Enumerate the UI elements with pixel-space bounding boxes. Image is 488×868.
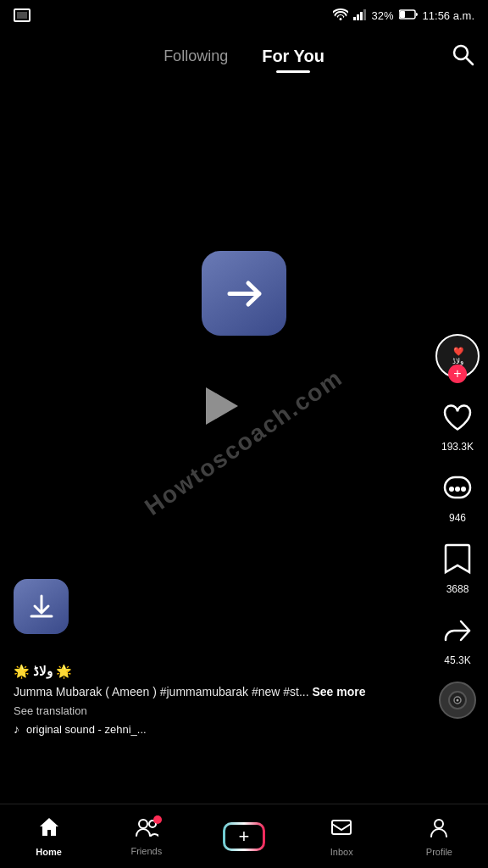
bookmark-count: 3688: [446, 583, 469, 595]
plus-icon: +: [225, 825, 263, 849]
search-button[interactable]: [451, 42, 474, 70]
inbox-label: Inbox: [330, 847, 353, 857]
following-tab[interactable]: Following: [164, 47, 228, 65]
status-bar: 32% 11:56 a.m.: [0, 0, 488, 31]
battery-icon: [399, 9, 418, 22]
music-disc: [439, 682, 476, 719]
play-button[interactable]: [194, 381, 245, 431]
friends-icon: [135, 817, 158, 843]
follow-plus-badge[interactable]: +: [448, 364, 467, 383]
nav-profile[interactable]: Profile: [391, 816, 488, 857]
creator-avatar[interactable]: ❤️ولاڈ +: [435, 334, 480, 378]
time-display: 11:56 a.m.: [423, 9, 474, 22]
nav-friends[interactable]: Friends: [97, 817, 195, 856]
video-area[interactable]: Howtoscoach.com 🌟 ولاڈ 🌟 Jumma Mubarak (…: [0, 81, 488, 804]
sound-text: original sound - zehni_...: [26, 723, 147, 736]
share-icon: [437, 610, 478, 651]
comment-button[interactable]: 946: [437, 468, 478, 524]
video-thumbnail-arrow: [202, 251, 286, 336]
avatar-label: ❤️ولاڈ: [452, 347, 463, 365]
svg-point-15: [139, 820, 147, 828]
inbox-icon: [330, 816, 352, 843]
signal-icon: [353, 8, 367, 23]
svg-point-18: [435, 820, 443, 828]
svg-point-14: [457, 699, 459, 702]
svg-point-8: [449, 487, 454, 492]
header: Following For You: [0, 31, 488, 81]
home-icon: [38, 816, 60, 843]
header-tabs: Following For You: [164, 47, 324, 66]
username: 🌟 ولاڈ 🌟: [14, 664, 72, 679]
status-left: [14, 8, 30, 22]
username-line: 🌟 ولاڈ 🌟: [14, 664, 403, 679]
music-disc-button[interactable]: [439, 682, 476, 719]
status-right: 32% 11:56 a.m.: [333, 8, 474, 23]
see-translation-button[interactable]: See translation: [14, 704, 403, 717]
description: Jumma Mubarak ( Ameen ) #jummamubarak #n…: [14, 684, 403, 701]
home-label: Home: [36, 847, 62, 857]
comment-count: 946: [449, 512, 466, 524]
svg-rect-5: [400, 11, 405, 18]
share-button[interactable]: 45.3K: [437, 610, 478, 666]
create-button[interactable]: +: [223, 822, 265, 851]
wifi-icon: [333, 8, 348, 23]
like-icon: [437, 397, 478, 437]
friends-notification-dot: [153, 815, 162, 824]
see-more-button[interactable]: See more: [312, 685, 365, 698]
svg-rect-1: [357, 14, 359, 20]
svg-rect-17: [332, 821, 351, 834]
nav-inbox[interactable]: Inbox: [293, 816, 391, 857]
svg-line-7: [466, 58, 473, 64]
svg-rect-2: [360, 12, 363, 20]
profile-icon: [428, 816, 450, 843]
share-count: 45.3K: [444, 654, 470, 666]
svg-rect-0: [353, 17, 356, 20]
nav-home[interactable]: Home: [0, 816, 97, 857]
svg-point-9: [455, 487, 460, 492]
screen-icon: [14, 8, 30, 22]
battery-percent: 32%: [372, 9, 394, 22]
nav-create[interactable]: +: [195, 822, 292, 851]
friends-label: Friends: [130, 846, 162, 856]
bookmark-icon: [437, 539, 478, 580]
bottom-nav: Home Friends + Inbox: [0, 804, 488, 868]
play-triangle: [206, 387, 238, 425]
like-button[interactable]: 193.3K: [437, 397, 478, 453]
right-actions: ❤️ولاڈ + 193.3K 946: [435, 334, 480, 719]
svg-point-10: [461, 487, 466, 492]
for-you-tab[interactable]: For You: [262, 47, 324, 66]
comment-icon: [437, 468, 478, 509]
like-count: 193.3K: [441, 441, 474, 453]
video-info: 🌟 ولاڈ 🌟 Jumma Mubarak ( Ameen ) #jummam…: [14, 664, 403, 736]
profile-label: Profile: [426, 847, 452, 857]
svg-rect-3: [363, 9, 366, 20]
download-icon[interactable]: [14, 579, 69, 634]
music-note-icon: ♪: [14, 722, 19, 736]
bookmark-button[interactable]: 3688: [437, 539, 478, 595]
sound-info: ♪ original sound - zehni_...: [14, 722, 403, 736]
